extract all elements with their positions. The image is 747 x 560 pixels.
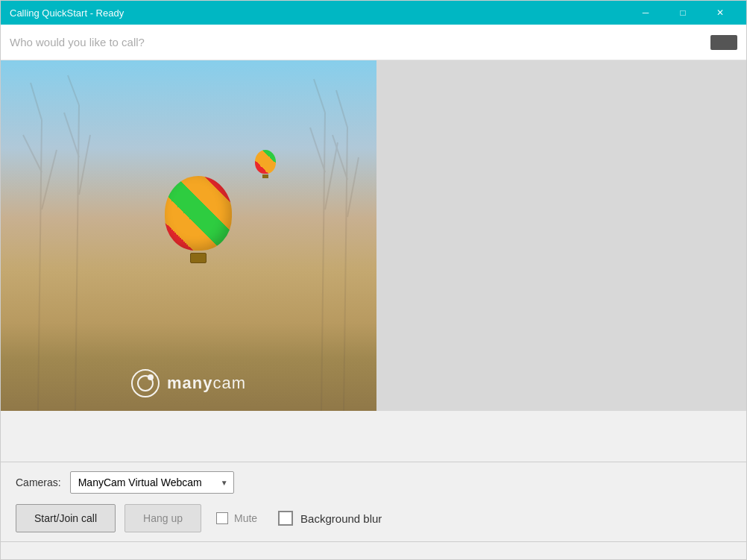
background-blur-area: Background blur	[278, 511, 382, 526]
main-balloon	[161, 176, 236, 273]
small-balloon-basket	[262, 174, 268, 178]
status-bar	[1, 541, 746, 559]
search-bar-icon	[710, 35, 737, 50]
manycam-text: manycam	[167, 374, 246, 393]
camera-select[interactable]: ManyCam Virtual Webcam Default Camera In…	[70, 471, 234, 494]
cameras-label: Cameras:	[16, 476, 61, 488]
svg-line-1	[31, 83, 42, 120]
svg-line-2	[23, 135, 42, 172]
content-area: manycam Cameras: ManyCam Virtual Webcam …	[1, 60, 746, 559]
window-title: Calling QuickStart - Ready	[10, 7, 124, 19]
svg-line-13	[336, 90, 347, 128]
svg-line-0	[38, 120, 42, 411]
maximize-button[interactable]: □	[666, 1, 700, 25]
svg-line-10	[310, 128, 325, 172]
mute-label: Mute	[234, 512, 257, 524]
app-window: Calling QuickStart - Ready ─ □ ✕	[0, 0, 747, 560]
svg-line-8	[321, 113, 325, 411]
background-blur-label: Background blur	[300, 512, 382, 525]
camera-select-wrapper: ManyCam Virtual Webcam Default Camera In…	[70, 471, 234, 494]
button-row: Start/Join call Hang up Mute Background …	[16, 504, 731, 532]
svg-line-11	[325, 142, 338, 210]
hang-up-button[interactable]: Hang up	[125, 504, 201, 532]
video-row: manycam	[1, 60, 746, 462]
svg-line-9	[314, 79, 325, 113]
mute-area: Mute	[216, 512, 257, 524]
controls-area: Cameras: ManyCam Virtual Webcam Default …	[1, 462, 746, 541]
balloon-envelope	[165, 176, 232, 251]
search-input[interactable]	[10, 36, 737, 48]
camera-row: Cameras: ManyCam Virtual Webcam Default …	[16, 471, 731, 494]
svg-line-15	[347, 157, 359, 217]
minimize-button[interactable]: ─	[628, 1, 663, 25]
title-bar: Calling QuickStart - Ready ─ □ ✕	[1, 1, 746, 25]
manycam-icon	[131, 369, 160, 397]
svg-line-6	[64, 113, 79, 157]
window-controls: ─ □ ✕	[628, 1, 737, 25]
mute-checkbox[interactable]	[216, 512, 228, 524]
small-balloon	[254, 150, 277, 178]
balloon-basket	[190, 253, 207, 263]
close-button[interactable]: ✕	[703, 1, 737, 25]
search-bar	[1, 25, 746, 60]
small-balloon-envelope	[255, 150, 276, 174]
background-blur-checkbox[interactable]	[278, 511, 293, 526]
svg-line-5	[68, 75, 79, 105]
right-panel	[376, 60, 746, 411]
start-join-button[interactable]: Start/Join call	[16, 504, 116, 532]
svg-line-3	[42, 150, 57, 210]
svg-line-7	[79, 135, 90, 195]
video-panel: manycam	[1, 60, 376, 411]
manycam-logo: manycam	[131, 369, 246, 397]
